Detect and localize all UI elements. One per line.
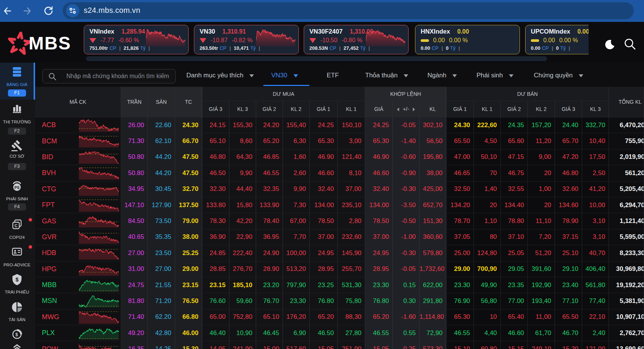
svg-text:PS: PS — [14, 186, 20, 190]
svg-text:$: $ — [15, 277, 18, 283]
svg-text:$: $ — [15, 332, 18, 337]
svg-text:C: C — [15, 223, 18, 228]
